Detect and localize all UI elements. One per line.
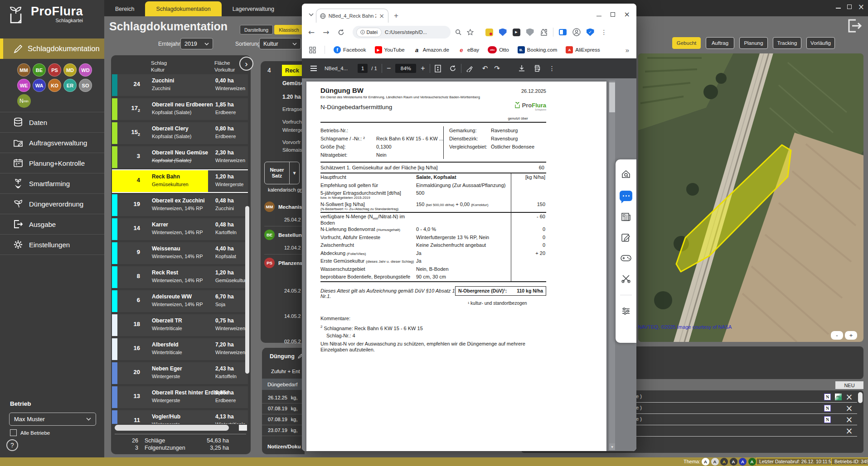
minimize-icon[interactable] <box>836 5 841 9</box>
browser-menu-icon[interactable]: ⋮ <box>601 29 607 36</box>
extensions-puzzle-icon[interactable] <box>540 29 548 36</box>
schlag-row[interactable]: 13 Oberzell Rest hinter Erdbeere Winterg… <box>112 386 248 408</box>
top-tab[interactable]: Schlagdokumentation <box>145 1 221 16</box>
schlag-row[interactable]: 16 Albersfeld Wintertriticale 7,20 ha Wi… <box>112 338 248 360</box>
close-icon[interactable]: × <box>624 12 630 17</box>
vertical-scrollbar[interactable] <box>245 206 249 374</box>
apps-grid-icon[interactable] <box>309 47 316 53</box>
status-filter-button[interactable]: Gebucht <box>672 37 701 49</box>
schlag-row[interactable]: 9 Weissenau Winterweizen, 14% RP 4,40 ha… <box>112 242 248 264</box>
sidebar-item-schlagdokumentation[interactable]: Schlagdokumentation <box>0 38 104 59</box>
rotate-icon[interactable] <box>449 65 456 72</box>
activity-group[interactable]: MM Mechanisch 25.04.2 <box>264 198 305 226</box>
sortierung-select[interactable]: Kultur <box>259 38 301 49</box>
theme-button[interactable]: A <box>711 458 719 466</box>
zoom-level[interactable]: 84% <box>395 64 416 73</box>
zufuhr-label[interactable]: Zufuhr + Ent <box>271 369 300 374</box>
bookmark-item[interactable]: ▶ YouTube <box>375 46 405 53</box>
forward-icon[interactable]: → <box>323 28 329 37</box>
print-icon[interactable] <box>533 65 541 72</box>
maximize-icon[interactable] <box>611 12 615 17</box>
side-panel-icon[interactable] <box>559 29 567 35</box>
security-check-icon[interactable]: ✓ <box>587 29 594 36</box>
undo-icon[interactable]: ↶ <box>482 64 488 72</box>
map-zoom-in-button[interactable]: + <box>845 331 857 340</box>
bookmark-item[interactable]: f Facebook <box>334 46 366 53</box>
theme-button[interactable]: A <box>748 458 756 466</box>
neuer-satz-button[interactable]: NeuerSatz ▼ <box>264 162 300 184</box>
category-badge[interactable]: SO <box>79 79 92 92</box>
reload-icon[interactable] <box>338 29 344 36</box>
sidebar-item-einstellungen[interactable]: Einstellungen <box>0 235 104 255</box>
maximize-icon[interactable] <box>847 5 852 9</box>
bookmark-item[interactable]: A AliExpress <box>566 46 600 53</box>
extension-icon-blocker[interactable] <box>485 29 493 36</box>
neu-button[interactable]: NEU <box>835 381 863 389</box>
annotate-pen-icon[interactable] <box>466 65 473 72</box>
erntejahr-select[interactable]: 2019 <box>180 38 213 49</box>
schlag-row[interactable]: 11 Vogler/Hub Wintergerste 4,13 ha Winte… <box>112 410 248 424</box>
schlag-row[interactable]: 4 Reck Bahn Gemüsekulturen 1,20 ha Winte… <box>112 170 248 192</box>
bookmark-item[interactable]: a Amazon.de <box>413 46 449 53</box>
duengung-row[interactable]: 23.07.19kg, <box>262 425 305 436</box>
checkbox-icon[interactable] <box>10 429 17 436</box>
logout-icon[interactable] <box>844 16 863 34</box>
download-icon[interactable] <box>518 65 525 72</box>
notes-icon[interactable] <box>621 233 631 243</box>
documents-scrollbar[interactable] <box>858 392 863 403</box>
duengebedarf-row[interactable]: Düngebedarf <box>262 379 305 390</box>
top-tab[interactable]: Bereich <box>104 1 145 16</box>
bookmark-item[interactable]: e eBay <box>458 46 479 53</box>
extension-icon-video[interactable]: ▶ <box>513 29 520 36</box>
schlag-row[interactable]: 19 Oberzell ex Zucchini Winterweizen, 14… <box>112 194 248 216</box>
map-zoom-out-button[interactable]: - <box>831 331 843 340</box>
schlag-row[interactable]: 24 Zucchini Zucchini 0,40 ha Winterweize… <box>112 74 248 96</box>
category-badge[interactable]: ER <box>63 79 77 92</box>
theme-button[interactable]: A <box>702 458 709 466</box>
home-search-icon[interactable] <box>621 169 631 179</box>
tab-search-icon[interactable] <box>306 10 315 19</box>
activity-date[interactable]: 12.04.2 <box>264 245 305 250</box>
status-filter-button[interactable]: Planung <box>739 37 768 49</box>
file-scheme-chip[interactable]: Datei <box>356 28 382 37</box>
close-icon[interactable]: × <box>858 4 864 10</box>
schlag-row[interactable]: 3 Oberzell Neu Gemüse Kopfsalat (Salate)… <box>112 146 248 168</box>
view-button[interactable]: Klassisch <box>274 25 303 34</box>
delete-icon[interactable]: × <box>846 393 853 400</box>
nmin-doc-icon[interactable]: N <box>824 416 831 423</box>
zoom-in-icon[interactable]: + <box>421 64 425 72</box>
activity-date[interactable]: 14.05.2 <box>264 313 305 319</box>
view-button[interactable]: Darstellung <box>240 25 273 34</box>
back-icon[interactable]: ← <box>308 28 315 37</box>
status-filter-button[interactable]: Tracking <box>773 37 801 49</box>
status-filter-button[interactable]: Auftrag <box>706 37 734 49</box>
nmin-badge[interactable]: Nmin <box>17 94 31 108</box>
kalendarisch-link[interactable]: kalendarisch gr <box>268 187 302 192</box>
scrollbar-corner[interactable] <box>239 425 247 431</box>
category-badge[interactable]: WA <box>33 79 46 92</box>
activity-group[interactable]: BE Bestellung 12.04.2 <box>264 226 305 255</box>
nmin-doc-icon[interactable]: N <box>824 394 831 400</box>
category-badge[interactable]: MD <box>63 63 77 77</box>
theme-button[interactable]: A <box>739 458 747 466</box>
help-button[interactable]: ? <box>6 439 18 451</box>
schlag-row[interactable]: 20 Neben Eger Wintergerste 2,43 ha Karto… <box>112 362 248 384</box>
extension-icon-shield[interactable] <box>499 29 507 36</box>
page-number-input[interactable]: 1 <box>358 64 368 73</box>
theme-button[interactable]: A <box>730 458 737 466</box>
status-filter-button[interactable]: Vorläufig <box>806 37 835 49</box>
pdf-scrollbar-thumb[interactable] <box>609 82 615 112</box>
news-icon[interactable] <box>621 212 631 221</box>
betrieb-select[interactable]: Max Muster <box>9 413 96 426</box>
category-badge[interactable]: BE <box>33 63 46 77</box>
sidebar-item-auftragsverwaltung[interactable]: Auftragsverwaltung <box>0 133 104 153</box>
activity-date[interactable]: 02.05.2 <box>264 339 305 344</box>
extension-icon-gray-shield[interactable] <box>526 29 534 36</box>
notizen-label[interactable]: Notizen/Doku <box>267 444 301 449</box>
horizontal-scrollbar[interactable] <box>115 425 229 431</box>
settings-sliders-icon[interactable] <box>621 307 630 316</box>
schlag-row[interactable]: 8 Reck Rest Winterweizen, 14% RP 1,20 ha… <box>112 266 248 288</box>
delete-icon[interactable]: × <box>846 416 853 423</box>
search-icon[interactable] <box>455 29 461 35</box>
new-tab-button[interactable]: + <box>394 11 398 20</box>
